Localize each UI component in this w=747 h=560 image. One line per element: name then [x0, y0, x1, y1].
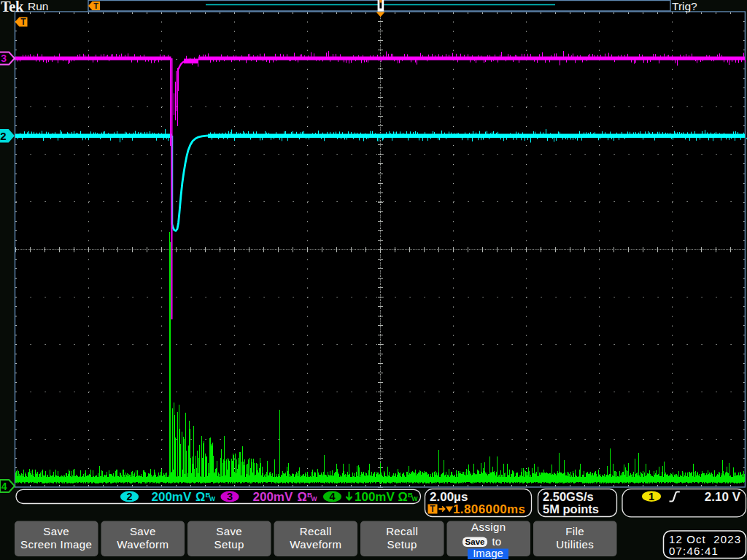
svg-text:Waveform: Waveform	[117, 538, 169, 551]
svg-text:Recall: Recall	[386, 525, 418, 537]
svg-text:Save: Save	[216, 525, 242, 537]
svg-text:3: 3	[227, 491, 233, 502]
svg-text:4: 4	[329, 491, 335, 502]
svg-text:Save: Save	[465, 537, 485, 546]
svg-text:File: File	[565, 525, 584, 537]
svg-text:1.806000ms: 1.806000ms	[453, 502, 525, 516]
svg-text:T: T	[430, 504, 436, 514]
svg-text:W: W	[209, 495, 216, 502]
svg-text:T: T	[20, 17, 26, 27]
svg-text:3: 3	[1, 52, 7, 64]
svg-text:2.50GS/s: 2.50GS/s	[543, 490, 594, 503]
svg-text:to: to	[492, 535, 502, 548]
svg-text:Assign: Assign	[471, 521, 506, 533]
svg-text:W: W	[311, 495, 318, 502]
svg-text:Recall: Recall	[300, 525, 332, 537]
svg-text:4: 4	[1, 481, 7, 492]
svg-text:Ω: Ω	[298, 490, 307, 503]
svg-text:W: W	[412, 495, 419, 502]
svg-text:Trig?: Trig?	[672, 0, 697, 12]
svg-text:Waveform: Waveform	[290, 538, 341, 551]
svg-text:1: 1	[649, 491, 654, 502]
svg-text:100mV: 100mV	[355, 490, 395, 504]
svg-text:2: 2	[0, 130, 6, 142]
svg-text:Run: Run	[28, 0, 48, 12]
svg-text:Screen Image: Screen Image	[20, 538, 92, 551]
svg-text:2.10 V: 2.10 V	[705, 490, 741, 504]
svg-text:12 Oct 2023: 12 Oct 2023	[669, 533, 741, 545]
svg-text:200mV: 200mV	[253, 490, 293, 504]
svg-text:Ω: Ω	[398, 490, 408, 503]
svg-text:Setup: Setup	[214, 538, 244, 551]
svg-text:200mV: 200mV	[152, 490, 192, 504]
svg-text:Save: Save	[130, 525, 156, 537]
svg-text:Tek: Tek	[1, 0, 24, 15]
svg-text:5M points: 5M points	[543, 502, 599, 516]
svg-text:Setup: Setup	[387, 538, 417, 551]
svg-text:Ω: Ω	[196, 490, 205, 503]
svg-text:2: 2	[126, 491, 132, 502]
svg-text:Utilities: Utilities	[556, 538, 594, 551]
svg-text:Save: Save	[43, 525, 69, 537]
svg-text:Image: Image	[473, 547, 503, 559]
svg-text:T: T	[93, 1, 98, 10]
svg-text:07:46:41: 07:46:41	[669, 545, 719, 557]
